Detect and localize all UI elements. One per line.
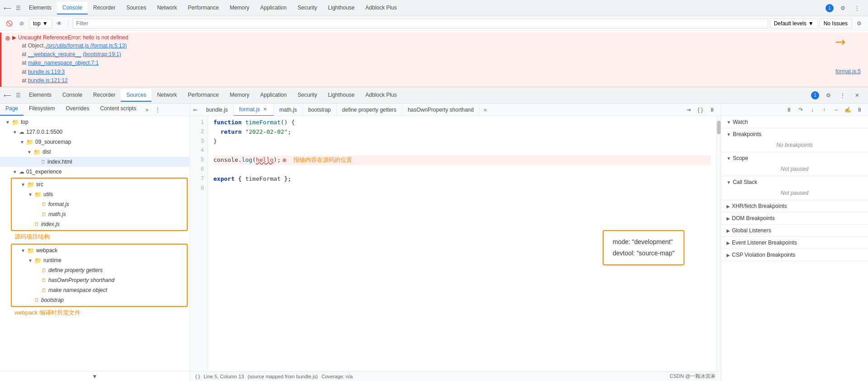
- editor-tab-hasown[interactable]: hasOwnProperty shorthand: [402, 103, 480, 116]
- pause-btn[interactable]: ⏸: [707, 105, 717, 115]
- filter-toggle-btn[interactable]: ⊘: [16, 18, 27, 29]
- no-issues-settings-btn[interactable]: ⚙: [854, 18, 864, 29]
- tree-item-bootstrap[interactable]: ▶ 🗒 bootstrap: [12, 295, 187, 305]
- deactivate-btn[interactable]: ✍: [843, 105, 853, 115]
- tree-scroll-down[interactable]: ▼: [0, 371, 189, 381]
- tab-adblock-src[interactable]: Adblock Plus: [360, 89, 402, 102]
- tab-application-top[interactable]: Application: [255, 2, 292, 14]
- default-levels-btn[interactable]: Default levels ▼: [770, 19, 818, 28]
- editor-tab-define[interactable]: define property getters: [337, 103, 402, 116]
- settings-btn-src[interactable]: ⚙: [823, 90, 834, 101]
- stack-link-2[interactable]: __webpack_require__: [28, 51, 81, 57]
- forward-btn[interactable]: ☰: [13, 3, 24, 14]
- tab-network-top[interactable]: Network: [151, 2, 182, 14]
- tab-memory-src[interactable]: Memory: [224, 89, 255, 102]
- pause-debug-btn[interactable]: ⏸: [784, 105, 794, 115]
- tab-performance-src[interactable]: Performance: [182, 89, 224, 102]
- step-btn[interactable]: →: [831, 105, 841, 115]
- forward-btn-src[interactable]: ☰: [13, 90, 24, 101]
- tree-item-mathjs[interactable]: ▶ 🗒 math.js: [12, 209, 187, 219]
- tree-item-define[interactable]: ▶ 🗒 define property getters: [12, 265, 187, 275]
- back-btn[interactable]: ⟵: [2, 3, 13, 14]
- tree-item-src[interactable]: ▼ 📁 src: [12, 179, 187, 189]
- tree-item-experience[interactable]: ▼ ☁ 01_experience: [0, 167, 189, 177]
- eye-btn[interactable]: 👁: [54, 18, 65, 29]
- tab-lighthouse-top[interactable]: Lighthouse: [323, 2, 360, 14]
- pretty-print-btn[interactable]: { }: [695, 105, 705, 115]
- tab-sources-top[interactable]: Sources: [121, 2, 151, 14]
- pause-exceptions-btn[interactable]: ⏸: [854, 105, 864, 115]
- editor-tab-more[interactable]: »: [480, 107, 491, 113]
- tree-item-indexhtml[interactable]: ▶ 🗒 index.html: [0, 157, 189, 167]
- file-tab-page[interactable]: Page: [0, 103, 24, 116]
- tab-network-src[interactable]: Network: [151, 89, 182, 102]
- tree-item-dist[interactable]: ▼ 📁 dist: [0, 147, 189, 157]
- tab-memory-top[interactable]: Memory: [224, 2, 255, 14]
- file-tab-content[interactable]: Content scripts: [94, 103, 142, 116]
- no-issues-btn[interactable]: No Issues: [820, 19, 852, 28]
- stack-link-4[interactable]: bundle.js:119:3: [28, 69, 65, 75]
- tab-elements-src[interactable]: Elements: [24, 89, 57, 102]
- tree-item-top[interactable]: ▼ 📁 top: [0, 117, 189, 127]
- scrollbar-thumb[interactable]: [717, 121, 721, 134]
- tab-console-top[interactable]: Console: [57, 2, 88, 14]
- file-tab-overrides[interactable]: Overrides: [60, 103, 94, 116]
- event-header[interactable]: ▶ Event Listener Breakpoints: [721, 237, 868, 249]
- tab-application-src[interactable]: Application: [255, 89, 292, 102]
- filter-input[interactable]: [72, 19, 768, 28]
- more-btn-src[interactable]: ⋮: [837, 90, 848, 101]
- tree-item-utils[interactable]: ▼ 📁 utils: [12, 189, 187, 199]
- stack-link-3[interactable]: make_namespace_object:7:1: [28, 60, 99, 66]
- stack-link-2b[interactable]: (bootstrap:19:1): [83, 51, 121, 57]
- tab-elements-top[interactable]: Elements: [24, 2, 57, 14]
- stack-link-1[interactable]: ./src/utils/format.js (format.js:5:13): [45, 42, 127, 49]
- tree-item-webpack[interactable]: ▼ 📁 webpack: [12, 245, 187, 255]
- tree-item-namespace[interactable]: ▶ 🗒 make namespace object: [12, 285, 187, 295]
- clear-console-btn[interactable]: 🚫: [4, 18, 14, 29]
- more-btn-top[interactable]: ⋮: [852, 3, 863, 14]
- file-tab-menu[interactable]: ⋮: [152, 103, 163, 116]
- tab-recorder-top[interactable]: Recorder: [88, 2, 121, 14]
- step-over-btn[interactable]: ↷: [796, 105, 806, 115]
- format-btn[interactable]: ⇥: [684, 105, 693, 115]
- tab-security-src[interactable]: Security: [292, 89, 322, 102]
- editor-tab-bootstrap[interactable]: bootstrap: [303, 103, 337, 116]
- tree-item-server[interactable]: ▼ ☁ 127.0.0.1:5500: [0, 127, 189, 137]
- tree-item-sourcemap[interactable]: ▼ 📁 09_sourcemap: [0, 137, 189, 147]
- tab-recorder-src[interactable]: Recorder: [88, 89, 121, 102]
- dom-header[interactable]: ▶ DOM Breakpoints: [721, 212, 868, 224]
- stack-link-5[interactable]: bundle.js:121:12: [28, 77, 68, 84]
- file-tab-more[interactable]: »: [142, 103, 152, 116]
- tree-item-formatjs[interactable]: ▶ 🗒 format.js: [12, 199, 187, 209]
- close-btn-src[interactable]: ✕: [852, 90, 863, 101]
- back-btn-src[interactable]: ⟵: [2, 90, 13, 101]
- editor-tab-bundlejs[interactable]: bundle.js: [201, 103, 234, 116]
- step-out-btn[interactable]: ↑: [819, 105, 829, 115]
- error-file-link[interactable]: format.js:5: [835, 68, 861, 75]
- tab-performance-top[interactable]: Performance: [182, 2, 224, 14]
- step-into-btn[interactable]: ↓: [807, 105, 817, 115]
- xhr-header[interactable]: ▶ XHR/fetch Breakpoints: [721, 200, 868, 212]
- code-scrollbar[interactable]: [716, 116, 721, 371]
- expand-error-btn[interactable]: ▶: [12, 34, 16, 41]
- editor-tab-formatjs[interactable]: format.js ✕: [234, 103, 274, 116]
- callstack-header[interactable]: ▼ Call Stack: [721, 176, 868, 188]
- tab-lighthouse-src[interactable]: Lighthouse: [323, 89, 360, 102]
- toggle-sidebar-btn[interactable]: ⇐: [190, 104, 201, 115]
- settings-btn-top[interactable]: ⚙: [837, 3, 848, 14]
- close-formatjs-tab[interactable]: ✕: [262, 106, 268, 113]
- tab-sources-src[interactable]: Sources: [121, 89, 151, 102]
- tab-console-src[interactable]: Console: [57, 89, 88, 102]
- breakpoints-header[interactable]: ▼ Breakpoints: [721, 128, 868, 140]
- bundle-link[interactable]: bundle.js: [296, 374, 316, 379]
- tree-item-indexjs[interactable]: ▶ 🗒 index.js: [12, 219, 187, 229]
- watch-header[interactable]: ▼ Watch: [721, 116, 868, 128]
- top-selector[interactable]: top ▼: [29, 19, 52, 28]
- editor-tab-mathjs[interactable]: math.js: [274, 103, 303, 116]
- scope-header[interactable]: ▼ Scope: [721, 152, 868, 164]
- global-header[interactable]: ▶ Global Listeners: [721, 225, 868, 236]
- tree-item-runtime[interactable]: ▼ 📁 runtime: [12, 255, 187, 265]
- csp-header[interactable]: ▶ CSP Violation Breakpoints: [721, 249, 868, 261]
- file-tab-filesystem[interactable]: Filesystem: [24, 103, 60, 116]
- tab-adblock-top[interactable]: Adblock Plus: [360, 2, 402, 14]
